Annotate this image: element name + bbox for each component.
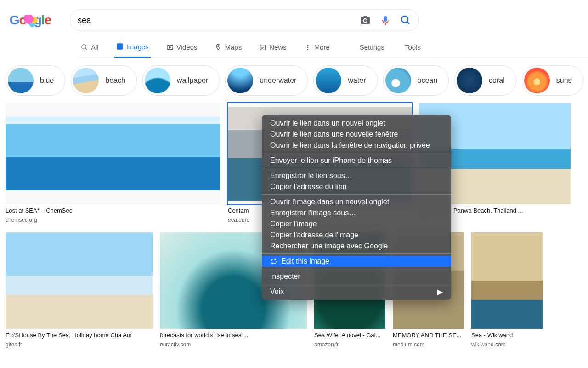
tab-maps[interactable]: Maps bbox=[213, 37, 243, 58]
result-thumb bbox=[6, 117, 220, 190]
tab-images[interactable]: Images bbox=[114, 37, 151, 58]
chip-underwater[interactable]: underwater bbox=[225, 65, 308, 96]
tab-label: News bbox=[269, 43, 287, 51]
ctx-copy-link-address[interactable]: Copier l'adresse du lien bbox=[262, 181, 451, 192]
ctx-open-new-tab[interactable]: Ouvrir le lien dans un nouvel onglet bbox=[262, 118, 451, 129]
ctx-separator bbox=[262, 168, 451, 168]
ctx-separator bbox=[262, 153, 451, 153]
svg-point-12 bbox=[307, 45, 308, 46]
result-domain: amazon.fr bbox=[314, 341, 385, 348]
chip-suns[interactable]: suns bbox=[522, 65, 583, 96]
tab-label: All bbox=[91, 43, 99, 51]
tab-more[interactable]: More bbox=[302, 37, 332, 58]
ctx-label: Enregistrer l'image sous… bbox=[270, 209, 356, 217]
ctx-label: Ouvrir le lien dans une nouvelle fenêtre bbox=[270, 130, 398, 138]
chip-water[interactable]: water bbox=[313, 65, 377, 96]
chip-blue[interactable]: blue bbox=[6, 65, 65, 96]
sync-icon bbox=[270, 258, 277, 265]
result-domain: gites.fr bbox=[6, 341, 153, 348]
ctx-save-image-as[interactable]: Enregistrer l'image sous… bbox=[262, 207, 451, 218]
result-domain: chemsec.org bbox=[6, 217, 220, 223]
suggestion-chips: bluebeachwallpaperunderwaterwateroceanco… bbox=[0, 58, 588, 103]
context-menu: Ouvrir le lien dans un nouvel onglet Ouv… bbox=[262, 115, 451, 300]
ctx-copy-image[interactable]: Copier l'image bbox=[262, 218, 451, 230]
tab-videos[interactable]: Videos bbox=[164, 37, 199, 58]
svg-point-14 bbox=[307, 49, 308, 50]
doodle-icon bbox=[23, 15, 41, 29]
search-icon[interactable] bbox=[400, 15, 411, 26]
ctx-label: Inspecter bbox=[270, 272, 300, 281]
ctx-save-link-as[interactable]: Enregistrer le lien sous… bbox=[262, 170, 451, 181]
tab-label: More bbox=[314, 43, 330, 51]
ctx-send-to-phone[interactable]: Envoyer le lien sur iPhone de thomas bbox=[262, 155, 451, 166]
result-thumb-wrap bbox=[6, 103, 220, 204]
ctx-label: Ouvrir le lien dans la fenêtre de naviga… bbox=[270, 141, 430, 150]
search-input[interactable] bbox=[78, 16, 353, 25]
result-domain: euractiv.com bbox=[160, 341, 307, 348]
mic-icon[interactable] bbox=[380, 15, 391, 26]
ctx-label: Envoyer le lien sur iPhone de thomas bbox=[270, 156, 392, 165]
result-thumb-wrap bbox=[6, 232, 153, 329]
camera-icon[interactable] bbox=[360, 15, 371, 26]
chip-thumb bbox=[457, 68, 482, 93]
svg-line-1 bbox=[407, 22, 409, 24]
result-title: Lost at SEA* – ChemSec bbox=[6, 207, 220, 214]
chip-thumb bbox=[385, 68, 411, 93]
tab-news[interactable]: News bbox=[257, 37, 288, 58]
chip-label: water bbox=[348, 76, 366, 85]
svg-point-13 bbox=[307, 46, 308, 48]
ctx-open-incognito[interactable]: Ouvrir le lien dans la fenêtre de naviga… bbox=[262, 140, 451, 151]
ctx-copy-image-address[interactable]: Copier l'adresse de l'image bbox=[262, 230, 451, 241]
svg-point-2 bbox=[82, 45, 86, 49]
chip-label: underwater bbox=[260, 76, 296, 85]
ctx-edit-this-image[interactable]: Edit this image bbox=[262, 256, 451, 267]
ctx-label: Rechercher une image avec Google bbox=[270, 242, 388, 250]
chevron-right-icon: ▶ bbox=[437, 288, 443, 296]
chip-label: coral bbox=[489, 76, 505, 85]
result-card[interactable]: Sea - Wikiwandwikiwand.com bbox=[471, 232, 543, 348]
tab-tools[interactable]: Tools bbox=[403, 37, 423, 58]
tab-label: Images bbox=[126, 43, 149, 51]
ctx-search-image-google[interactable]: Rechercher une image avec Google bbox=[262, 241, 451, 252]
chip-thumb bbox=[145, 68, 170, 93]
result-domain: wikiwand.com bbox=[471, 341, 543, 348]
ctx-label: Copier l'adresse du lien bbox=[270, 183, 347, 191]
google-logo[interactable]: Google bbox=[9, 11, 51, 29]
result-title: Sea Wife: A novel - Gai... bbox=[314, 332, 385, 339]
chip-wallpaper[interactable]: wallpaper bbox=[142, 65, 220, 96]
svg-point-5 bbox=[118, 45, 119, 46]
search-bar[interactable] bbox=[70, 9, 419, 31]
tab-settings[interactable]: Settings bbox=[358, 37, 386, 58]
ctx-open-new-window[interactable]: Ouvrir le lien dans une nouvelle fenêtre bbox=[262, 129, 451, 140]
chip-label: ocean bbox=[418, 76, 438, 85]
result-card[interactable]: Fio'SHouse By The Sea, Holiday home Cha … bbox=[6, 232, 153, 348]
ctx-label: Ouvrir le lien dans un nouvel onglet bbox=[270, 119, 385, 127]
ctx-label: Edit this image bbox=[281, 257, 329, 265]
svg-point-0 bbox=[401, 16, 408, 23]
search-tabs: All Images Videos Maps News More Setting… bbox=[79, 37, 588, 58]
chip-ocean[interactable]: ocean bbox=[383, 65, 449, 96]
ctx-inspect[interactable]: Inspecter bbox=[262, 271, 451, 282]
tab-all[interactable]: All bbox=[79, 37, 101, 58]
chip-thumb bbox=[316, 68, 341, 93]
svg-point-7 bbox=[218, 46, 219, 47]
chip-coral[interactable]: coral bbox=[454, 65, 516, 96]
tab-label: Settings bbox=[360, 43, 384, 51]
result-title: Sea - Wikiwand bbox=[471, 332, 543, 339]
result-thumb bbox=[6, 232, 153, 329]
result-card[interactable]: Lost at SEA* – ChemSecchemsec.org bbox=[6, 103, 220, 223]
chip-beach[interactable]: beach bbox=[71, 65, 137, 96]
ctx-separator bbox=[262, 253, 451, 254]
chip-thumb bbox=[8, 68, 34, 93]
ctx-voice[interactable]: Voix ▶ bbox=[262, 286, 451, 297]
ctx-open-image-new-tab[interactable]: Ouvrir l'image dans un nouvel onglet bbox=[262, 196, 451, 207]
chip-label: suns bbox=[556, 76, 572, 85]
result-thumb-wrap bbox=[471, 232, 543, 329]
chip-label: wallpaper bbox=[177, 76, 208, 85]
ctx-separator bbox=[262, 284, 451, 284]
result-title: forecasts for world's rise in sea ... bbox=[160, 332, 307, 339]
tab-label: Videos bbox=[176, 43, 198, 51]
result-title: MEMORY AND THE SE... bbox=[393, 332, 464, 339]
ctx-separator bbox=[262, 194, 451, 195]
result-domain: medium.com bbox=[393, 341, 464, 348]
